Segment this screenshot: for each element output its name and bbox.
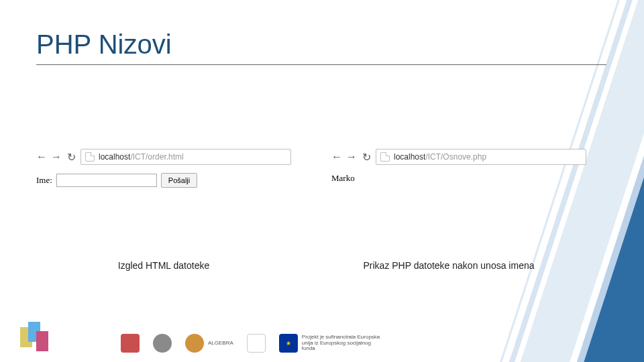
page-title: PHP Nizovi <box>36 29 172 60</box>
back-icon[interactable]: ← <box>331 152 342 162</box>
url-text: localhost/ICT/Osnove.php <box>394 152 486 162</box>
url-bar[interactable]: localhost/ICT/order.html <box>80 149 291 165</box>
right-browser: ← → ↻ localhost/ICT/Osnove.php Marko <box>331 147 586 188</box>
url-bar[interactable]: localhost/ICT/Osnove.php <box>376 149 586 165</box>
page-icon <box>380 152 390 162</box>
partner-logo: ALGEBRA <box>185 334 233 353</box>
partner-logo <box>247 334 266 353</box>
reload-icon[interactable]: ↻ <box>361 152 372 162</box>
name-input[interactable] <box>56 174 157 187</box>
url-path: /ICT/order.html <box>130 152 183 162</box>
eu-logo: ★ Projekt je sufinancirala Europska unij… <box>279 334 382 353</box>
forward-icon[interactable]: → <box>346 152 357 162</box>
forward-icon[interactable]: → <box>51 152 62 162</box>
left-caption: Izgled HTML datoteke <box>36 260 291 271</box>
partner-logo <box>153 334 172 353</box>
lab-logo <box>20 322 51 353</box>
url-text: localhost/ICT/order.html <box>99 152 184 162</box>
browser-toolbar: ← → ↻ localhost/ICT/Osnove.php <box>331 147 586 166</box>
submit-button[interactable]: Pošalji <box>161 173 197 188</box>
partner-name: ALGEBRA <box>208 341 233 347</box>
url-host: localhost <box>394 152 425 162</box>
slide: PHP Nizovi ← → ↻ localhost/ICT/order.htm… <box>0 0 644 362</box>
right-caption: Prikaz PHP datoteke nakon unosa imena <box>291 260 606 271</box>
captions: Izgled HTML datoteke Prikaz PHP datoteke… <box>36 260 606 271</box>
page-icon <box>85 152 95 162</box>
footer-logos: ALGEBRA ★ Projekt je sufinancirala Europ… <box>121 334 382 353</box>
left-browser: ← → ↻ localhost/ICT/order.html Ime: Poša… <box>36 147 291 188</box>
output-row: Marko <box>331 173 586 184</box>
url-path: /ICT/Osnove.php <box>425 152 486 162</box>
form-row: Ime: Pošalji <box>36 173 291 188</box>
browser-toolbar: ← → ↻ localhost/ICT/order.html <box>36 147 291 166</box>
url-host: localhost <box>99 152 130 162</box>
reload-icon[interactable]: ↻ <box>66 152 76 162</box>
form-label: Ime: <box>36 175 52 186</box>
back-icon[interactable]: ← <box>36 152 47 162</box>
partner-logo <box>121 334 140 353</box>
eu-text: Projekt je sufinancirala Europska unija … <box>302 335 382 352</box>
php-output: Marko <box>331 173 355 184</box>
panels: ← → ↻ localhost/ICT/order.html Ime: Poša… <box>36 147 606 188</box>
title-underline <box>36 64 606 65</box>
